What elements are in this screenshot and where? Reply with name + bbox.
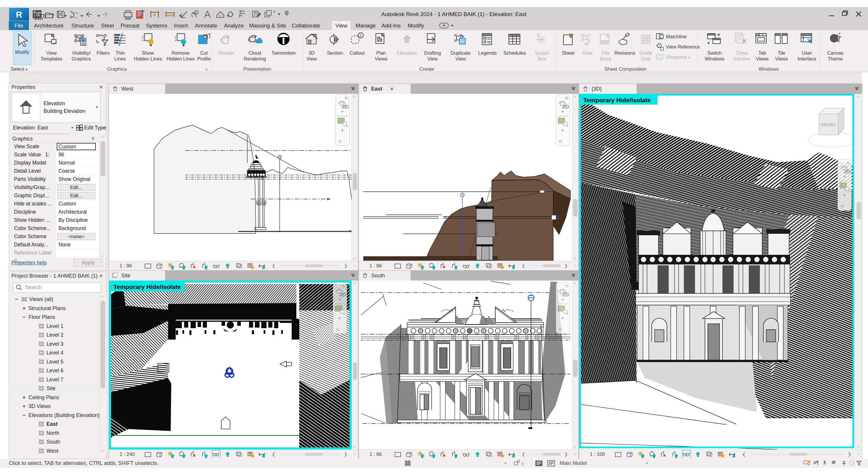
svg-text:Temporary Hide/Isolate: Temporary Hide/Isolate	[114, 283, 181, 290]
svg-text:1: 1	[658, 44, 660, 48]
svg-text::0: :0	[521, 462, 524, 466]
svg-text:Autodesk Revit 2024 - 1 AHMED: Autodesk Revit 2024 - 1 AHMED BAIK (1) -…	[381, 11, 527, 17]
svg-text:1: 1	[360, 33, 362, 38]
svg-text::0: :0	[860, 462, 862, 467]
svg-text:R: R	[16, 10, 22, 19]
